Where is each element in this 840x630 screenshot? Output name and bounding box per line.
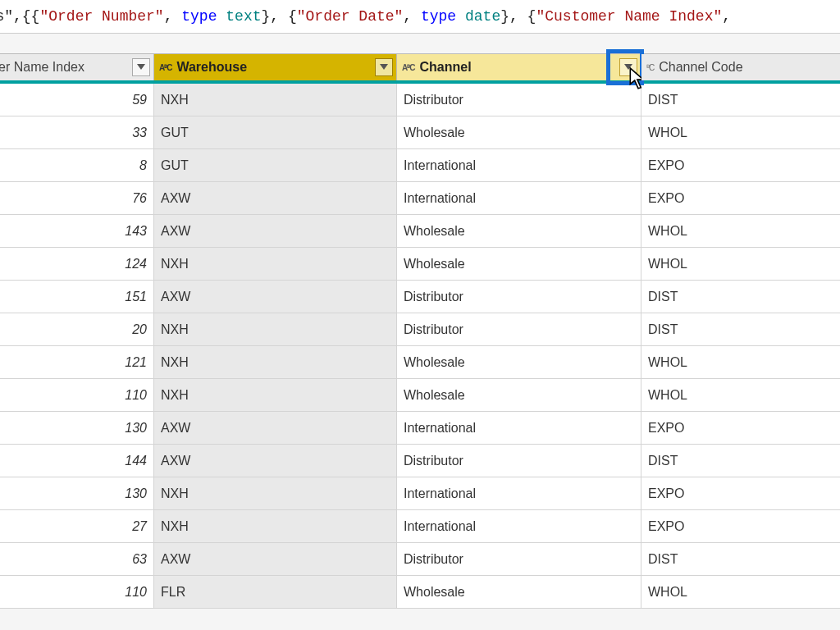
cell-customer-name-index[interactable]: 20 bbox=[0, 313, 154, 345]
cell-customer-name-index[interactable]: 130 bbox=[0, 477, 154, 509]
data-grid: er Name Index AᴮC Warehouse AᴮC Channel … bbox=[0, 53, 840, 609]
table-row[interactable]: 121NXHWholesaleWHOL bbox=[0, 346, 840, 379]
cell-channel-code[interactable]: WHOL bbox=[641, 116, 840, 148]
table-row[interactable]: 76AXWInternationalEXPO bbox=[0, 182, 840, 215]
cell-warehouse[interactable]: AXW bbox=[154, 281, 397, 313]
cell-customer-name-index[interactable]: 33 bbox=[0, 116, 154, 148]
cell-warehouse[interactable]: NXH bbox=[154, 248, 397, 280]
cell-channel[interactable]: Wholesale bbox=[397, 576, 641, 608]
cell-channel-code[interactable]: WHOL bbox=[641, 215, 840, 247]
cell-channel[interactable]: Wholesale bbox=[397, 248, 641, 280]
column-header-channel-code[interactable]: ᴮC Channel Code bbox=[641, 54, 840, 80]
cell-customer-name-index[interactable]: 110 bbox=[0, 576, 154, 608]
svg-marker-1 bbox=[380, 64, 388, 70]
cell-channel-code[interactable]: EXPO bbox=[641, 477, 840, 509]
filter-button[interactable] bbox=[375, 58, 393, 76]
cell-warehouse[interactable]: NXH bbox=[154, 313, 397, 345]
table-row[interactable]: 130NXHInternationalEXPO bbox=[0, 477, 840, 510]
column-header-warehouse[interactable]: AᴮC Warehouse bbox=[154, 54, 397, 80]
cell-channel-code[interactable]: DIST bbox=[641, 313, 840, 345]
cell-warehouse[interactable]: NXH bbox=[154, 477, 397, 509]
cell-warehouse[interactable]: NXH bbox=[154, 510, 397, 542]
cell-warehouse[interactable]: AXW bbox=[154, 182, 397, 214]
cell-customer-name-index[interactable]: 63 bbox=[0, 543, 154, 575]
cell-channel[interactable]: International bbox=[397, 149, 641, 181]
cell-customer-name-index[interactable]: 143 bbox=[0, 215, 154, 247]
svg-marker-0 bbox=[137, 64, 145, 70]
table-row[interactable]: 151AXWDistributorDIST bbox=[0, 281, 840, 313]
column-label: Warehouse bbox=[176, 60, 247, 75]
cell-channel[interactable]: International bbox=[397, 510, 641, 542]
cell-warehouse[interactable]: NXH bbox=[154, 379, 397, 411]
column-header-channel[interactable]: AᴮC Channel bbox=[397, 54, 641, 80]
table-row[interactable]: 27NXHInternationalEXPO bbox=[0, 510, 840, 543]
cell-channel[interactable]: Wholesale bbox=[397, 379, 641, 411]
cell-customer-name-index[interactable]: 110 bbox=[0, 379, 154, 411]
cell-warehouse[interactable]: NXH bbox=[154, 84, 397, 116]
cell-customer-name-index[interactable]: 124 bbox=[0, 248, 154, 280]
cell-channel[interactable]: International bbox=[397, 182, 641, 214]
table-row[interactable]: 144AXWDistributorDIST bbox=[0, 445, 840, 477]
cell-warehouse[interactable]: AXW bbox=[154, 412, 397, 444]
table-row[interactable]: 110FLRWholesaleWHOL bbox=[0, 576, 840, 609]
cell-customer-name-index[interactable]: 76 bbox=[0, 182, 154, 214]
table-row[interactable]: 59NXHDistributorDIST bbox=[0, 84, 840, 116]
cell-channel[interactable]: Wholesale bbox=[397, 116, 641, 148]
table-row[interactable]: 33GUTWholesaleWHOL bbox=[0, 116, 840, 149]
cell-warehouse[interactable]: GUT bbox=[154, 149, 397, 181]
cell-customer-name-index[interactable]: 151 bbox=[0, 281, 154, 313]
cell-channel-code[interactable]: DIST bbox=[641, 281, 840, 313]
table-row[interactable]: 143AXWWholesaleWHOL bbox=[0, 215, 840, 248]
cell-warehouse[interactable]: NXH bbox=[154, 346, 397, 378]
table-row[interactable]: 8GUTInternationalEXPO bbox=[0, 149, 840, 182]
cell-warehouse[interactable]: FLR bbox=[154, 576, 397, 608]
filter-button[interactable] bbox=[619, 58, 637, 76]
cell-channel[interactable]: Distributor bbox=[397, 543, 641, 575]
cell-customer-name-index[interactable]: 121 bbox=[0, 346, 154, 378]
cell-channel-code[interactable]: DIST bbox=[641, 543, 840, 575]
cell-channel[interactable]: Wholesale bbox=[397, 346, 641, 378]
filter-button[interactable] bbox=[132, 58, 150, 76]
cell-channel[interactable]: Wholesale bbox=[397, 215, 641, 247]
cell-channel[interactable]: Distributor bbox=[397, 84, 641, 116]
type-text-icon: ᴮC bbox=[646, 63, 654, 72]
cell-customer-name-index[interactable]: 8 bbox=[0, 149, 154, 181]
table-row[interactable]: 130AXWInternationalEXPO bbox=[0, 412, 840, 445]
formula-bar[interactable]: ders",{{"Order Number", type text}, {"Or… bbox=[0, 0, 840, 34]
cell-channel[interactable]: International bbox=[397, 477, 641, 509]
cell-warehouse[interactable]: AXW bbox=[154, 543, 397, 575]
chevron-down-icon bbox=[137, 64, 145, 71]
cell-channel-code[interactable]: WHOL bbox=[641, 346, 840, 378]
cell-channel[interactable]: Distributor bbox=[397, 313, 641, 345]
table-row[interactable]: 20NXHDistributorDIST bbox=[0, 313, 840, 346]
chevron-down-icon bbox=[380, 64, 388, 71]
cell-channel-code[interactable]: EXPO bbox=[641, 412, 840, 444]
table-row[interactable]: 63AXWDistributorDIST bbox=[0, 543, 840, 576]
cell-channel-code[interactable]: WHOL bbox=[641, 379, 840, 411]
cell-channel-code[interactable]: DIST bbox=[641, 445, 840, 477]
cell-warehouse[interactable]: GUT bbox=[154, 116, 397, 148]
table-row[interactable]: 110NXHWholesaleWHOL bbox=[0, 379, 840, 412]
column-label: er Name Index bbox=[0, 60, 84, 75]
cell-channel-code[interactable]: EXPO bbox=[641, 149, 840, 181]
cell-channel-code[interactable]: WHOL bbox=[641, 248, 840, 280]
cell-channel[interactable]: International bbox=[397, 412, 641, 444]
type-text-icon: AᴮC bbox=[159, 63, 171, 72]
cell-channel[interactable]: Distributor bbox=[397, 281, 641, 313]
cell-customer-name-index[interactable]: 59 bbox=[0, 84, 154, 116]
cell-customer-name-index[interactable]: 144 bbox=[0, 445, 154, 477]
column-label: Channel bbox=[419, 60, 471, 75]
column-header-customer-name-index[interactable]: er Name Index bbox=[0, 54, 154, 80]
cell-warehouse[interactable]: AXW bbox=[154, 215, 397, 247]
table-row[interactable]: 124NXHWholesaleWHOL bbox=[0, 248, 840, 281]
cell-customer-name-index[interactable]: 130 bbox=[0, 412, 154, 444]
cell-channel[interactable]: Distributor bbox=[397, 445, 641, 477]
cell-warehouse[interactable]: AXW bbox=[154, 445, 397, 477]
cell-channel-code[interactable]: WHOL bbox=[641, 576, 840, 608]
svg-marker-2 bbox=[624, 64, 632, 70]
column-label: Channel Code bbox=[659, 60, 742, 75]
cell-customer-name-index[interactable]: 27 bbox=[0, 510, 154, 542]
cell-channel-code[interactable]: EXPO bbox=[641, 510, 840, 542]
cell-channel-code[interactable]: EXPO bbox=[641, 182, 840, 214]
cell-channel-code[interactable]: DIST bbox=[641, 84, 840, 116]
